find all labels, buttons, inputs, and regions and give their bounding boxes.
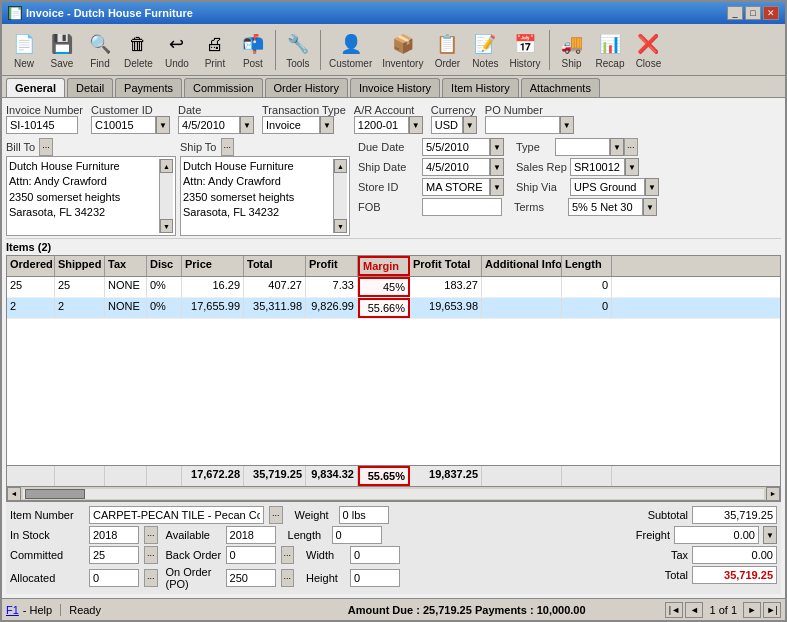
- close-button[interactable]: ❌ Close: [630, 28, 666, 71]
- customer-button[interactable]: 👤 Customer: [325, 28, 376, 71]
- bill-to-scroll-up[interactable]: ▲: [160, 159, 173, 173]
- post-button[interactable]: 📬 Post: [235, 28, 271, 71]
- available-input[interactable]: [226, 526, 276, 544]
- fob-input[interactable]: [422, 198, 502, 216]
- store-id-dropdown[interactable]: ▼: [490, 178, 504, 196]
- notes-button[interactable]: 📝 Notes: [467, 28, 503, 71]
- ship-via-input[interactable]: [570, 178, 645, 196]
- terms-input[interactable]: [568, 198, 643, 216]
- close-window-button[interactable]: ✕: [763, 6, 779, 20]
- recap-button[interactable]: 📊 Recap: [592, 28, 629, 71]
- po-dropdown[interactable]: ▼: [560, 116, 574, 134]
- terms-dropdown[interactable]: ▼: [643, 198, 657, 216]
- new-button[interactable]: 📄 New: [6, 28, 42, 71]
- date-input[interactable]: [178, 116, 240, 134]
- customer-dropdown[interactable]: ▼: [156, 116, 170, 134]
- save-button[interactable]: 💾 Save: [44, 28, 80, 71]
- title-bar: 📄 Invoice - Dutch House Furniture _ □ ✕: [2, 2, 785, 24]
- due-date-dropdown[interactable]: ▼: [490, 138, 504, 156]
- allocated-input[interactable]: [89, 569, 139, 587]
- ship-to-ellipsis[interactable]: ···: [221, 138, 235, 156]
- footer-length: [562, 466, 612, 486]
- ship-to-scroll-up[interactable]: ▲: [334, 159, 347, 173]
- table-row[interactable]: 2 2 NONE 0% 17,655.99 35,311.98 9,826.99…: [7, 298, 780, 319]
- date-dropdown[interactable]: ▼: [240, 116, 254, 134]
- history-button[interactable]: 📅 History: [505, 28, 544, 71]
- weight-input[interactable]: [339, 506, 389, 524]
- sales-rep-dropdown[interactable]: ▼: [625, 158, 639, 176]
- sales-rep-input[interactable]: [570, 158, 625, 176]
- in-stock-input[interactable]: [89, 526, 139, 544]
- type-dropdown[interactable]: ▼: [610, 138, 624, 156]
- ship-to-text: Dutch House FurnitureAttn: Andy Crawford…: [183, 159, 333, 233]
- inventory-button[interactable]: 📦 Inventory: [378, 28, 427, 71]
- on-order-btn[interactable]: ···: [281, 569, 295, 587]
- tax-value[interactable]: [692, 546, 777, 564]
- sales-rep-label: Sales Rep: [516, 161, 566, 173]
- tab-order-history[interactable]: Order History: [265, 78, 348, 97]
- height-input[interactable]: [350, 569, 400, 587]
- undo-button[interactable]: ↩ Undo: [159, 28, 195, 71]
- delete-button[interactable]: 🗑 Delete: [120, 28, 157, 71]
- nav-first-button[interactable]: |◄: [665, 602, 683, 618]
- freight-dropdown[interactable]: ▼: [763, 526, 777, 544]
- nav-last-button[interactable]: ►|: [763, 602, 781, 618]
- length-input[interactable]: [332, 526, 382, 544]
- help-link[interactable]: F1: [6, 604, 19, 616]
- back-order-btn[interactable]: ···: [281, 546, 295, 564]
- back-order-input[interactable]: [226, 546, 276, 564]
- minimize-button[interactable]: _: [727, 6, 743, 20]
- scroll-left-btn[interactable]: ◄: [7, 487, 21, 501]
- type-input[interactable]: [555, 138, 610, 156]
- tab-commission[interactable]: Commission: [184, 78, 263, 97]
- ship-date-dropdown[interactable]: ▼: [490, 158, 504, 176]
- committed-btn[interactable]: ···: [144, 546, 158, 564]
- store-id-input[interactable]: [422, 178, 490, 196]
- due-date-input[interactable]: [422, 138, 490, 156]
- width-label: Width: [306, 549, 346, 561]
- tab-attachments[interactable]: Attachments: [521, 78, 600, 97]
- scroll-right-btn[interactable]: ►: [766, 487, 780, 501]
- ship-button[interactable]: 🚚 Ship: [554, 28, 590, 71]
- table-row[interactable]: 25 25 NONE 0% 16.29 407.27 7.33 45% 183.…: [7, 277, 780, 298]
- bill-to-ellipsis[interactable]: ···: [39, 138, 53, 156]
- currency-dropdown[interactable]: ▼: [463, 116, 477, 134]
- invoice-number-input[interactable]: [6, 116, 78, 134]
- item-number-ellipsis[interactable]: ···: [269, 506, 283, 524]
- in-stock-btn[interactable]: ···: [144, 526, 158, 544]
- tab-general[interactable]: General: [6, 78, 65, 98]
- currency-input[interactable]: [431, 116, 463, 134]
- print-button[interactable]: 🖨 Print: [197, 28, 233, 71]
- committed-input[interactable]: [89, 546, 139, 564]
- type-ellipsis[interactable]: ···: [624, 138, 638, 156]
- total-value[interactable]: [692, 566, 777, 584]
- nav-prev-button[interactable]: ◄: [685, 602, 703, 618]
- transaction-type-input[interactable]: [262, 116, 320, 134]
- on-order-input[interactable]: [226, 569, 276, 587]
- freight-value[interactable]: [674, 526, 759, 544]
- nav-next-button[interactable]: ►: [743, 602, 761, 618]
- transaction-dropdown[interactable]: ▼: [320, 116, 334, 134]
- tab-invoice-history[interactable]: Invoice History: [350, 78, 440, 97]
- title-buttons: _ □ ✕: [727, 6, 779, 20]
- tab-item-history[interactable]: Item History: [442, 78, 519, 97]
- tab-detail[interactable]: Detail: [67, 78, 113, 97]
- find-button[interactable]: 🔍 Find: [82, 28, 118, 71]
- ar-account-input[interactable]: [354, 116, 409, 134]
- po-number-input[interactable]: [485, 116, 560, 134]
- ar-dropdown[interactable]: ▼: [409, 116, 423, 134]
- bill-to-scroll-down[interactable]: ▼: [160, 219, 173, 233]
- subtotal-value[interactable]: [692, 506, 777, 524]
- allocated-btn[interactable]: ···: [144, 569, 158, 587]
- tools-button[interactable]: 🔧 Tools: [280, 28, 316, 71]
- ship-to-scroll-down[interactable]: ▼: [334, 219, 347, 233]
- ship-date-input[interactable]: [422, 158, 490, 176]
- tab-payments[interactable]: Payments: [115, 78, 182, 97]
- customer-id-input[interactable]: [91, 116, 156, 134]
- width-input[interactable]: [350, 546, 400, 564]
- order-button[interactable]: 📋 Order: [429, 28, 465, 71]
- item-number-input[interactable]: [89, 506, 264, 524]
- maximize-button[interactable]: □: [745, 6, 761, 20]
- ship-via-dropdown[interactable]: ▼: [645, 178, 659, 196]
- scroll-thumb-h[interactable]: [25, 489, 85, 499]
